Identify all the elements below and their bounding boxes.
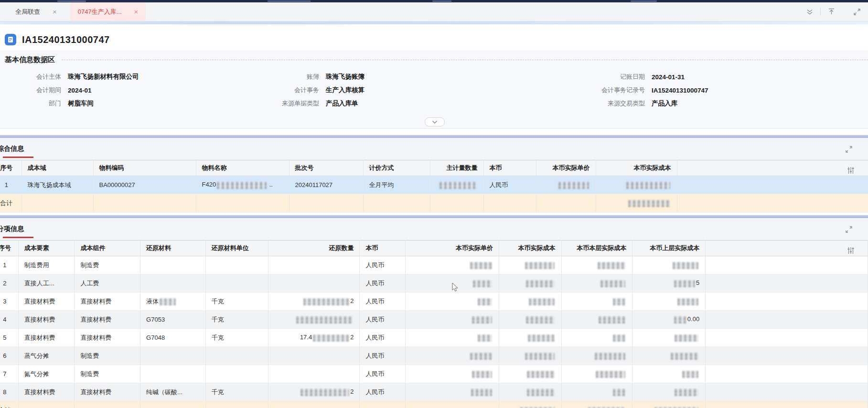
table-row[interactable]: 2直接人工...人工费人民币5 [0,274,868,293]
redacted-value [613,389,625,396]
tab-1[interactable]: 0747生产入库...× [70,2,146,21]
table-cell [430,176,483,194]
fullscreen-icon[interactable] [853,8,861,16]
total-cell [536,194,596,212]
redacted-value [682,371,698,378]
redacted-value [595,353,625,360]
redacted-value [478,298,492,305]
redacted-value [673,262,698,269]
table-row[interactable]: 5直接材料费直接材料费G7048千克17.42人民币 [0,329,868,347]
table-row[interactable]: 8直接材料费直接材料费纯碱（碳酸...千克2人民币 [0,383,868,401]
redacted-value [526,280,555,287]
table-cell: 直接材料费 [18,329,75,347]
page-title: IA15240131000747 [22,34,110,45]
field-row: 会计期间2024-01 [5,84,139,97]
table-row[interactable]: 4直接材料费直接材料费G7053千克人民币0.00 [0,311,868,329]
table-cell: 直接材料费 [18,293,75,311]
tab-bar-tabs: 全局联查×0747生产入库...× [0,2,146,21]
table-cell [706,274,868,293]
table-row[interactable]: 3直接材料费直接材料费液体千克2人民币 [0,293,868,311]
table-cell [268,256,360,274]
redacted-value [300,389,349,396]
table-row[interactable]: 6蒸气分摊制造费人民币 [0,347,868,365]
table-cell [499,256,561,274]
tab-label: 0747生产入库... [78,8,122,16]
table-cell [561,365,632,383]
total-row: 合计 [0,194,868,212]
table-cell [561,347,632,365]
redacted-value [296,316,353,324]
table-cell: 人民币 [360,347,405,365]
table-cell [405,274,499,293]
table-cell [561,329,632,347]
column-header: 本币本层实际成本 [561,241,632,256]
table-row[interactable]: 7氮气分摊制造费人民币 [0,365,868,383]
double-chevron-down-icon[interactable] [806,8,814,16]
redacted-value [671,353,698,360]
table-cell [632,365,706,383]
table-cell [140,365,206,383]
table-cell [499,274,561,293]
field-label: 会计事务 [209,86,319,94]
detail-panel-title: 分项信息 [0,218,868,233]
column-header: 本币 [360,241,405,256]
field-label: 部门 [5,99,61,108]
expand-panel-icon[interactable] [845,146,853,153]
table-cell [561,311,632,329]
title-underline [3,237,33,238]
column-header: 计价方式 [363,160,430,176]
redacted-value [600,280,625,287]
redacted-value [613,335,625,342]
total-cell [430,194,483,212]
upload-icon[interactable] [827,8,836,16]
table-cell [706,365,868,383]
table-cell: 5 [632,274,706,293]
column-header: 成本组件 [75,241,140,256]
summary-panel-title: 综合信息 [0,138,868,153]
table-row[interactable]: 1珠海飞扬成本域BA00000027F420 ..20240117027全月平均… [0,176,868,194]
table-cell [205,347,268,365]
table-cell [596,176,677,194]
total-cell [561,401,632,408]
column-settings-icon[interactable] [847,167,855,174]
table-cell [499,329,561,347]
column-header: 本币实际单价 [536,160,596,176]
table-cell: 人民币 [483,176,536,194]
table-row[interactable]: 1制造费用制造费人民币 [0,256,868,274]
table-cell [405,365,499,383]
redacted-value [675,389,698,396]
table-cell: 7 [0,365,18,383]
field-value: 2024-01 [68,87,92,94]
total-cell [706,401,868,408]
field-row: 来源单据类型产品入库单 [209,97,364,110]
table-cell: 制造费 [75,365,140,383]
table-cell [561,383,632,401]
expand-panel-icon[interactable] [845,226,853,233]
tab-0[interactable]: 全局联查× [8,2,64,21]
total-cell [289,194,363,212]
table-cell: 直接人工... [18,274,75,293]
table-cell [205,256,268,274]
collapse-header-button[interactable] [425,117,445,126]
field-label: 会计事务记录号 [530,86,645,94]
table-cell: 3 [0,293,18,311]
redacted-value [525,262,555,269]
redacted-value [677,298,698,305]
table-cell: 8 [0,383,18,401]
total-cell [363,194,430,212]
table-cell: 全月平均 [363,176,430,194]
table-cell: 0.00 [632,311,706,329]
table-cell: 人民币 [360,311,405,329]
table-cell: 1 [0,176,21,194]
total-cell [405,401,499,408]
table-cell [268,311,360,329]
table-cell: F420 .. [196,176,289,194]
redacted-value [628,200,670,207]
column-header: 序号 [0,241,18,256]
redacted-value [439,182,477,189]
close-icon[interactable]: × [53,8,57,15]
redacted-value [528,335,555,342]
close-icon[interactable]: × [134,8,139,15]
field-label: 记账日期 [530,73,645,81]
column-settings-icon[interactable] [847,247,855,254]
